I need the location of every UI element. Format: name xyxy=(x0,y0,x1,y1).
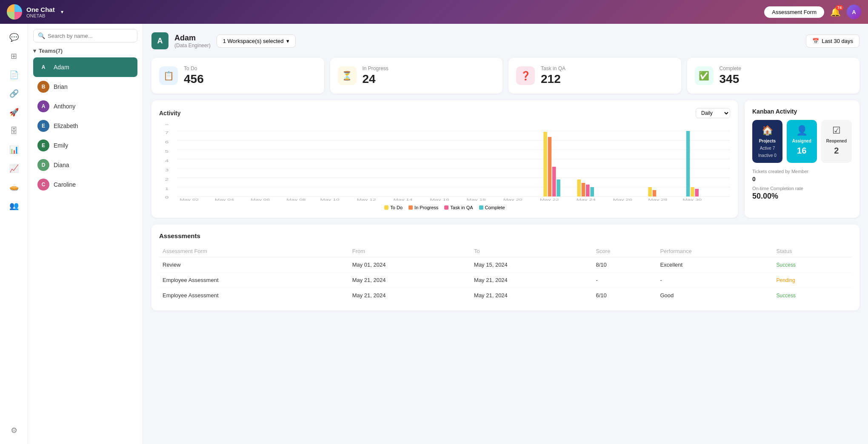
nav-people-button[interactable]: 👥 xyxy=(6,197,23,214)
svg-text:May 16: May 16 xyxy=(430,198,449,201)
svg-text:5: 5 xyxy=(165,149,169,154)
chart-legend: To DoIn ProgressTask in QAComplete xyxy=(159,205,730,210)
kanban-projects-icon: 🏠 xyxy=(762,125,773,136)
legend-dot xyxy=(408,205,413,210)
workspace-selector-button[interactable]: 1 Workspace(s) selected ▾ xyxy=(217,34,296,48)
member-item-emily[interactable]: E Emily xyxy=(33,136,137,155)
svg-rect-33 xyxy=(548,137,552,196)
svg-rect-40 xyxy=(648,187,652,196)
svg-text:May 18: May 18 xyxy=(467,198,486,201)
stat-icon-todo: 📋 xyxy=(159,66,178,85)
nav-chat-button[interactable]: 💬 xyxy=(6,29,23,46)
assessment-form-button[interactable]: Assessment Form xyxy=(764,6,824,18)
legend-in-progress: In Progress xyxy=(408,205,438,210)
svg-text:3: 3 xyxy=(165,168,169,172)
date-range-label: Last 30 days xyxy=(822,38,853,44)
search-input[interactable] xyxy=(48,33,133,39)
member-item-elizabeth[interactable]: E Elizabeth xyxy=(33,116,137,136)
nav-settings-button[interactable]: ⚙ xyxy=(6,422,23,439)
legend-label: Complete xyxy=(485,205,505,210)
stat-icon-taskqa: ❓ xyxy=(516,66,535,85)
assess-from-0: May 01, 2024 xyxy=(349,257,471,273)
svg-text:May 26: May 26 xyxy=(613,198,632,201)
activity-header: Activity Daily Weekly Monthly xyxy=(159,108,730,118)
members-list: A Adam B Brian A Anthony E Elizabeth E E… xyxy=(33,57,137,194)
nav-pie-chart-button[interactable]: 🥧 xyxy=(6,179,23,196)
svg-text:6: 6 xyxy=(165,140,169,144)
member-name-diana: Diana xyxy=(54,162,69,168)
app-logo xyxy=(7,4,22,20)
bottom-row: Activity Daily Weekly Monthly 0 1 2 3 4 xyxy=(151,100,859,218)
legend-dot xyxy=(384,205,388,210)
nav-bar-chart-button[interactable]: 📈 xyxy=(6,160,23,177)
stat-card-inprogress: ⏳ In Progress 24 xyxy=(330,58,503,94)
svg-rect-32 xyxy=(543,132,547,196)
status-badge: Pending xyxy=(777,277,795,283)
assess-col-assessment-form: Assessment Form xyxy=(159,245,349,257)
svg-rect-36 xyxy=(577,179,581,196)
svg-text:May 30: May 30 xyxy=(682,198,702,201)
kanban-tickets-value: 0 xyxy=(752,176,852,182)
legend-dot xyxy=(444,205,448,210)
kanban-rate-value: 50.00% xyxy=(752,192,852,201)
assess-col-to: To xyxy=(471,245,592,257)
kanban-reopened-value: 2 xyxy=(834,146,839,156)
assess-performance-0: Excellent xyxy=(657,257,773,273)
member-name-elizabeth: Elizabeth xyxy=(54,122,78,129)
table-row: Employee Assessment May 21, 2024 May 21,… xyxy=(159,288,852,303)
member-item-anthony[interactable]: A Anthony xyxy=(33,97,137,116)
stat-cards: 📋 To Do 456 ⏳ In Progress 24 ❓ Task in Q… xyxy=(151,58,859,94)
activity-panel: Activity Daily Weekly Monthly 0 1 2 3 4 xyxy=(151,100,738,218)
svg-text:May 22: May 22 xyxy=(540,198,559,201)
user-avatar[interactable]: A xyxy=(847,5,861,19)
content-header-left: A Adam (Data Engineer) 1 Workspace(s) se… xyxy=(151,32,296,49)
kanban-projects-inactive: Inactive 0 xyxy=(758,153,777,158)
app-chevron-icon[interactable]: ▾ xyxy=(61,9,63,15)
app-title-group: One Chat ONETAB xyxy=(26,6,55,18)
search-icon: 🔍 xyxy=(38,32,45,39)
table-row: Employee Assessment May 21, 2024 May 21,… xyxy=(159,273,852,288)
member-name-anthony: Anthony xyxy=(54,103,75,110)
nav-document-button[interactable]: 📄 xyxy=(6,66,23,83)
date-range-button[interactable]: 📅 Last 30 days xyxy=(806,34,859,48)
assess-to-1: May 21, 2024 xyxy=(471,273,592,288)
icon-sidebar: 💬 ⊞ 📄 🔗 🚀 🗄 📊 📈 🥧 👥 ⚙ xyxy=(0,24,28,444)
nav-database-button[interactable]: 🗄 xyxy=(6,122,23,139)
stat-icon-inprogress: ⏳ xyxy=(338,66,357,85)
kanban-projects-active: Active 7 xyxy=(760,146,775,151)
stat-card-complete: ✅ Complete 345 xyxy=(687,58,860,94)
nav-grid-button[interactable]: ⊞ xyxy=(6,48,23,65)
stat-label-inprogress: In Progress xyxy=(363,65,388,71)
activity-filter-select[interactable]: Daily Weekly Monthly xyxy=(696,108,730,118)
kanban-assigned-value: 16 xyxy=(797,146,806,156)
assess-status-2: Success xyxy=(773,288,852,303)
member-avatar-brian: B xyxy=(37,81,49,93)
kanban-reopened-label: Reopened xyxy=(826,139,847,143)
stat-info-inprogress: In Progress 24 xyxy=(363,65,388,86)
member-item-brian[interactable]: B Brian xyxy=(33,77,137,97)
member-item-diana[interactable]: D Diana xyxy=(33,155,137,175)
nav-rocket-button[interactable]: 🚀 xyxy=(6,104,23,121)
nav-link-button[interactable]: 🔗 xyxy=(6,85,23,102)
user-info: Adam (Data Engineer) xyxy=(174,34,211,48)
people-sidebar: 🔍 ▾ Teams(7) A Adam B Brian A Anthony E … xyxy=(28,24,143,444)
member-avatar-elizabeth: E xyxy=(37,120,49,132)
nav-chart-button[interactable]: 📊 xyxy=(6,141,23,158)
app-subtitle: ONETAB xyxy=(26,13,55,18)
assess-col-status: Status xyxy=(773,245,852,257)
svg-text:0: 0 xyxy=(165,195,169,199)
svg-text:8: 8 xyxy=(165,124,169,126)
legend-label: Task in QA xyxy=(450,205,473,210)
teams-header[interactable]: ▾ Teams(7) xyxy=(33,48,137,54)
assess-performance-1: - xyxy=(657,273,773,288)
svg-text:4: 4 xyxy=(165,159,169,163)
assess-score-1: - xyxy=(592,273,657,288)
svg-text:May 24: May 24 xyxy=(577,198,596,201)
member-item-adam[interactable]: A Adam xyxy=(33,57,137,77)
kanban-assigned-icon: 👤 xyxy=(796,125,808,136)
notifications-button[interactable]: 🔔 74 xyxy=(830,7,841,17)
assess-from-2: May 21, 2024 xyxy=(349,288,471,303)
stat-info-complete: Complete 345 xyxy=(720,65,741,86)
member-item-caroline[interactable]: C Caroline xyxy=(33,175,137,194)
member-avatar-caroline: C xyxy=(37,179,49,191)
